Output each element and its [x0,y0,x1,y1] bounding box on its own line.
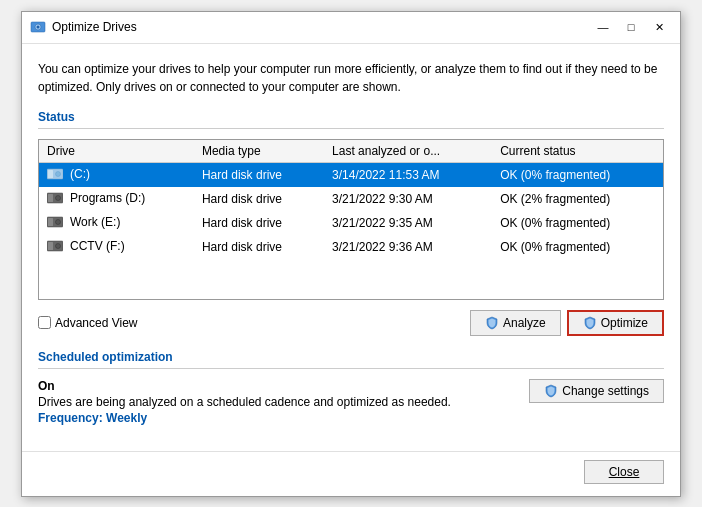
cell-media-type: Hard disk drive [194,187,324,211]
minimize-button[interactable]: — [590,17,616,37]
window-title: Optimize Drives [52,20,590,34]
svg-rect-7 [48,194,53,202]
cell-status: OK (2% fragmented) [492,187,663,211]
cell-status: OK (0% fragmented) [492,162,663,187]
optimize-shield-icon [583,316,597,330]
scheduled-info: On Drives are being analyzed on a schedu… [38,379,529,425]
cell-last-analyzed: 3/21/2022 9:36 AM [324,235,492,259]
svg-point-14 [56,243,61,248]
table-row[interactable]: Work (E:)Hard disk drive3/21/2022 9:35 A… [39,211,663,235]
cell-last-analyzed: 3/14/2022 11:53 AM [324,162,492,187]
change-settings-button[interactable]: Change settings [529,379,664,403]
analyze-button[interactable]: Analyze [470,310,561,336]
scheduled-status: On [38,379,529,393]
cell-status: OK (0% fragmented) [492,235,663,259]
frequency-value: Weekly [106,411,147,425]
title-bar: Optimize Drives — □ ✕ [22,12,680,44]
status-divider [38,128,664,129]
col-status: Current status [492,140,663,163]
optimize-button[interactable]: Optimize [567,310,664,336]
scheduled-frequency: Frequency: Weekly [38,411,529,425]
action-buttons: Analyze Optimize [470,310,664,336]
col-media-type: Media type [194,140,324,163]
main-content: You can optimize your drives to help you… [22,44,680,451]
svg-point-2 [37,26,40,29]
titlebar-controls: — □ ✕ [590,17,672,37]
close-label: Close [609,465,640,479]
scheduled-description: Drives are being analyzed on a scheduled… [38,395,529,409]
cell-drive: Programs (D:) [39,187,194,211]
table-row[interactable]: Programs (D:)Hard disk drive3/21/2022 9:… [39,187,663,211]
analyze-label: Analyze [503,316,546,330]
advanced-view-text: Advanced View [55,316,138,330]
close-button-footer[interactable]: Close [584,460,664,484]
bottom-controls: Advanced View Analyze [38,310,664,336]
table-empty-row [39,259,663,299]
advanced-view-label[interactable]: Advanced View [38,316,138,330]
svg-point-11 [56,219,61,224]
advanced-view-checkbox[interactable] [38,316,51,329]
table-header: Drive Media type Last analyzed or o... C… [39,140,663,163]
svg-point-8 [56,195,61,200]
cell-status: OK (0% fragmented) [492,211,663,235]
change-settings-label: Change settings [562,384,649,398]
description-text: You can optimize your drives to help you… [38,60,664,96]
cell-last-analyzed: 3/21/2022 9:30 AM [324,187,492,211]
drives-table-body: (C:)Hard disk drive3/14/2022 11:53 AMOK … [39,162,663,299]
cell-media-type: Hard disk drive [194,211,324,235]
cell-drive: (C:) [39,162,194,187]
cell-media-type: Hard disk drive [194,235,324,259]
svg-rect-4 [48,170,53,178]
table-row[interactable]: CCTV (F:)Hard disk drive3/21/2022 9:36 A… [39,235,663,259]
scheduled-divider [38,368,664,369]
optimize-label: Optimize [601,316,648,330]
scheduled-header: On Drives are being analyzed on a schedu… [38,379,664,425]
drives-table-container: Drive Media type Last analyzed or o... C… [38,139,664,300]
close-button[interactable]: ✕ [646,17,672,37]
cell-last-analyzed: 3/21/2022 9:35 AM [324,211,492,235]
scheduled-section: Scheduled optimization On Drives are bei… [38,350,664,425]
scheduled-section-label: Scheduled optimization [38,350,664,364]
col-last-analyzed: Last analyzed or o... [324,140,492,163]
svg-point-5 [56,171,61,176]
analyze-shield-icon [485,316,499,330]
cell-drive: CCTV (F:) [39,235,194,259]
drives-table: Drive Media type Last analyzed or o... C… [39,140,663,299]
table-row[interactable]: (C:)Hard disk drive3/14/2022 11:53 AMOK … [39,162,663,187]
cell-drive: Work (E:) [39,211,194,235]
frequency-label: Frequency: [38,411,103,425]
status-section-label: Status [38,110,664,124]
restore-button[interactable]: □ [618,17,644,37]
cell-media-type: Hard disk drive [194,162,324,187]
svg-rect-13 [48,242,53,250]
settings-shield-icon [544,384,558,398]
window-icon [30,19,46,35]
footer: Close [22,451,680,496]
col-drive: Drive [39,140,194,163]
optimize-drives-window: Optimize Drives — □ ✕ You can optimize y… [21,11,681,497]
svg-rect-10 [48,218,53,226]
